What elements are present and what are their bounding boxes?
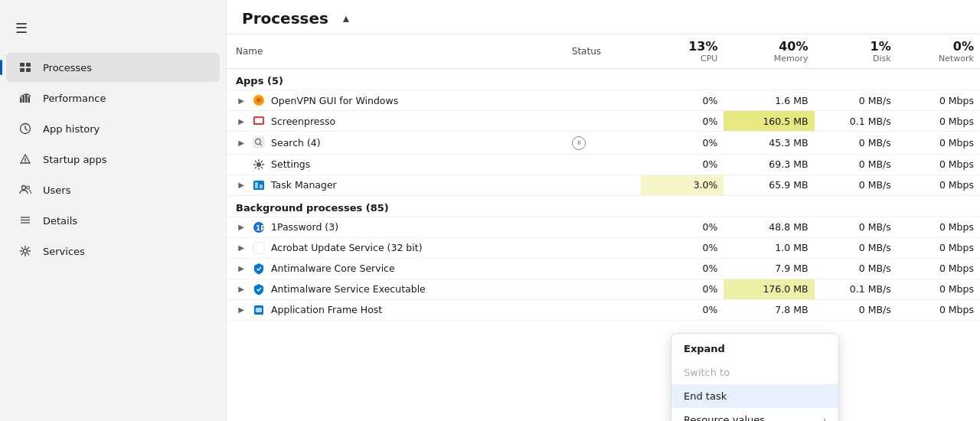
sidebar-item-app-history[interactable]: App history [6,114,220,143]
svg-rect-3 [26,68,31,72]
sidebar-item-label-startup: Startup apps [43,154,107,165]
svg-rect-1 [26,63,31,67]
table-row[interactable]: ▶ Search (4) ⏸ 0% 45.3 MB [227,132,980,155]
process-name-text: Task Manager [271,179,337,191]
col-name[interactable]: Name [227,34,566,69]
expand-icon[interactable]: ▶ [236,243,247,253]
sidebar-item-details[interactable]: Details [6,206,220,235]
expand-icon[interactable]: ▶ [236,116,247,126]
app-icon-antimalware-core [253,263,265,275]
sidebar-item-services[interactable]: Services [6,237,220,266]
process-name-text: 1Password (3) [271,221,338,233]
process-name-text: Antimalware Service Executable [271,283,426,295]
process-name-text: Screenpresso [271,116,335,127]
sidebar-item-label-details: Details [43,215,77,227]
process-name-text: Acrobat Update Service (32 bit) [271,242,423,253]
svg-point-17 [256,98,261,103]
services-icon [18,244,32,258]
col-cpu[interactable]: 13% CPU [641,34,724,69]
context-menu-item-end-task[interactable]: End task [671,384,838,408]
app-icon-openvpn [253,94,265,106]
process-name-text: Application Frame Host [271,304,382,315]
svg-rect-29 [253,243,264,253]
col-disk[interactable]: 1% Disk [815,34,897,69]
chevron-right-icon: › [823,416,826,421]
app-history-icon [18,122,32,135]
expand-icon[interactable]: ▶ [236,222,247,233]
sidebar-item-label-performance: Performance [43,93,106,104]
svg-rect-26 [260,184,263,188]
table-row[interactable]: ▶ Task Manager 3.0% 65.9 MB 0 MB/s 0 Mbp… [227,175,980,195]
svg-point-23 [256,162,261,167]
sidebar-item-startup-apps[interactable]: Startup apps [6,145,220,174]
table-row[interactable]: ▶ 1P 1Password (3) 0% 48.8 MB 0 MB/s 0 M… [227,217,980,237]
processes-table: Name Status 13% CPU 40% Memory 1% Disk [227,34,980,321]
process-name-text: Search (4) [271,137,321,148]
svg-text:1P: 1P [256,224,265,231]
svg-rect-0 [20,63,24,67]
svg-rect-6 [25,94,28,103]
hamburger-button[interactable]: ☰ [12,14,31,43]
process-name-text: Settings [271,158,310,170]
users-icon [18,183,32,197]
expand-icon[interactable]: ▶ [236,180,247,191]
background-section-header: Background processes (85) [227,195,980,217]
app-icon-appframe [253,304,265,316]
hamburger-icon: ☰ [15,20,28,37]
app-icon-settings [253,158,265,171]
svg-point-11 [27,186,30,189]
sidebar-item-performance[interactable]: Performance [6,83,220,113]
table-row[interactable]: ▶ Antimalware Core Service 0% 7.9 MB 0 M… [227,258,980,279]
sort-button[interactable]: ▲ [336,11,356,26]
performance-icon [18,91,32,105]
app-icon-screenpresso [253,115,265,127]
startup-icon [18,152,32,166]
svg-rect-4 [20,98,22,103]
table-row[interactable]: Settings 0% 69.3 MB 0 MB/s 0 Mbps [227,154,980,175]
table-row[interactable]: ▶ Screenpresso 0% 160.5 MB 0.1 MB/s 0 Mb… [227,111,980,132]
page-title: Processes [242,9,328,28]
table-row[interactable]: ▶ Antimalware Service Executable 0% 176.… [227,279,980,299]
sidebar-item-label-services: Services [43,246,85,257]
apps-section-header: Apps (5) [227,69,980,90]
details-icon [18,214,32,227]
expand-icon[interactable]: ▶ [236,284,247,295]
context-menu: Expand Switch to End task Resource value… [671,333,839,421]
sidebar-item-users[interactable]: Users [6,175,220,204]
svg-rect-25 [255,182,258,188]
process-name-text: Antimalware Core Service [271,263,395,274]
svg-rect-2 [20,68,24,72]
context-menu-item-expand[interactable]: Expand [671,337,838,361]
expand-icon[interactable]: ▶ [236,263,247,274]
table-row[interactable]: ▶ Acrobat Update Service (32 bit) 0% 1.0… [227,237,980,258]
pause-status-icon: ⏸ [572,136,586,150]
col-network[interactable]: 0% Network [897,34,980,69]
expand-icon[interactable]: ▶ [236,95,247,106]
expand-icon[interactable]: ▶ [236,137,247,148]
svg-rect-19 [255,118,263,123]
sidebar-header: ☰ [0,6,226,52]
table-row[interactable]: ▶ OpenVPN GUI for Windows 0% 1.6 MB 0 MB… [227,90,980,111]
svg-rect-31 [256,308,262,312]
col-status[interactable]: Status [566,34,641,69]
app-icon-taskmanager [253,179,265,191]
processes-icon [18,60,32,74]
processes-table-container: Name Status 13% CPU 40% Memory 1% Disk [227,34,980,421]
sidebar-item-label-app-history: App history [43,123,100,135]
process-name-text: OpenVPN GUI for Windows [271,95,398,106]
col-memory[interactable]: 40% Memory [724,34,814,69]
app-icon-search [253,136,265,148]
svg-point-10 [22,186,26,190]
sidebar: ☰ Processes Performance [0,0,226,421]
table-row[interactable]: ▶ Application Frame Host 0% 7.8 MB 0 MB/… [227,299,980,320]
context-menu-item-resource-values[interactable]: Resource values › [671,408,838,421]
sidebar-item-processes[interactable]: Processes [6,53,220,82]
svg-rect-5 [23,96,25,103]
main-content: Processes ▲ Name Status 13% CPU 40% Memo… [226,0,980,421]
app-icon-antimalware-svc [253,283,265,295]
sidebar-item-label-users: Users [43,184,70,196]
sidebar-item-label-processes: Processes [43,62,92,73]
svg-point-9 [24,162,25,162]
app-icon-1password: 1P [253,221,265,233]
expand-icon[interactable]: ▶ [236,305,247,315]
